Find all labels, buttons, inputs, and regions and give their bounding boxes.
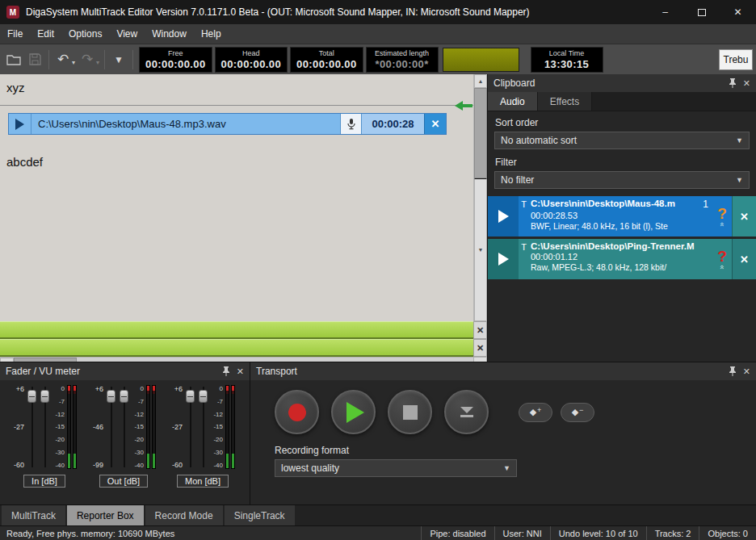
lane-1-close-button[interactable]: ✕ xyxy=(473,321,487,339)
fader-slider-left[interactable] xyxy=(186,385,195,469)
fader-slider-left[interactable] xyxy=(27,385,36,469)
undo-dropdown-caret[interactable]: ▾ xyxy=(72,59,75,66)
object-remove-button[interactable]: ✕ xyxy=(424,114,446,134)
pin-icon[interactable] xyxy=(729,366,737,376)
vertical-scroll-thumb[interactable] xyxy=(474,88,487,178)
scroll-down-icon[interactable]: ▼ xyxy=(474,178,487,321)
clip-item-remove-button[interactable]: ✕ xyxy=(732,196,756,237)
fader-header: Fader / VU meter ✕ xyxy=(0,362,250,380)
clip-item-icons: ? « xyxy=(712,239,732,279)
sort-order-dropdown[interactable]: No automatic sort ▼ xyxy=(494,132,750,149)
add-marker-button[interactable]: ◆+ xyxy=(519,403,552,422)
toolbar-dropdown-button[interactable]: ▼ xyxy=(108,49,129,70)
timer-free-value: 00:00:00.00 xyxy=(145,58,206,70)
timer-head: Head 00:00:00.00 xyxy=(215,47,288,73)
level-lane-2[interactable] xyxy=(0,339,473,357)
clip-play-button[interactable] xyxy=(488,196,519,237)
fader-knob[interactable] xyxy=(40,390,49,403)
clipboard-close-button[interactable]: ✕ xyxy=(743,78,750,89)
clip-track-marker: T xyxy=(519,239,529,279)
clip-track-marker: T xyxy=(519,196,529,237)
stop-button[interactable] xyxy=(388,390,432,434)
menu-file[interactable]: File xyxy=(0,24,30,44)
menu-window[interactable]: Window xyxy=(145,24,194,44)
fader-knob[interactable] xyxy=(107,390,116,403)
tab-audio[interactable]: Audio xyxy=(488,92,538,111)
font-button[interactable]: Trebu xyxy=(719,49,753,70)
filter-dropdown[interactable]: No filter ▼ xyxy=(494,171,750,189)
close-button[interactable]: ✕ xyxy=(720,0,756,24)
audio-object-row[interactable]: C:\Users\nin\Desktop\Maus-48.mp3.wav 00:… xyxy=(8,113,447,135)
fader-knob[interactable] xyxy=(186,390,195,403)
redo-dropdown-caret[interactable]: ▾ xyxy=(96,59,99,66)
tab-record-mode[interactable]: Record Mode xyxy=(145,505,223,525)
sort-order-label: Sort order xyxy=(495,117,749,128)
fader-slider-right[interactable] xyxy=(120,385,128,469)
scale-tick: -15 xyxy=(130,423,144,430)
fader-close-button[interactable]: ✕ xyxy=(237,366,244,377)
editor-vertical-scrollbar[interactable]: ▲ ▼ xyxy=(473,74,487,321)
tab-effects[interactable]: Effects xyxy=(538,92,592,111)
record-button[interactable] xyxy=(275,390,319,434)
clip-item-remove-button[interactable]: ✕ xyxy=(732,239,756,279)
fader-knob[interactable] xyxy=(199,390,208,403)
recording-format-value: lowest quality xyxy=(281,463,339,474)
sort-order-value: No automatic sort xyxy=(501,135,577,146)
workspace-tabs: MultiTrack Reporter Box Record Mode Sing… xyxy=(0,504,756,525)
scale-tick: -7 xyxy=(51,398,65,405)
skip-to-end-icon xyxy=(458,405,476,420)
tab-reporter-box[interactable]: Reporter Box xyxy=(67,505,144,525)
editor-column: xyz C:\Users\nin\Desktop\Maus-48.mp3.wav… xyxy=(0,74,487,362)
scale-tick: 0 xyxy=(51,385,65,392)
vu-bar-right xyxy=(73,385,77,469)
menu-edit[interactable]: Edit xyxy=(30,24,61,44)
minimize-button[interactable]: – xyxy=(647,0,683,24)
tab-multitrack[interactable]: MultiTrack xyxy=(2,505,65,525)
fader-slider-right[interactable] xyxy=(199,385,208,469)
menu-view[interactable]: View xyxy=(109,24,145,44)
pin-icon[interactable] xyxy=(729,78,737,88)
redo-button[interactable]: ↷ xyxy=(77,49,98,70)
pin-icon[interactable] xyxy=(222,366,230,376)
fader-knob[interactable] xyxy=(120,390,128,403)
object-record-button[interactable] xyxy=(340,114,361,134)
local-time-display: Local Time 13:30:15 xyxy=(531,47,603,73)
fader-slider-right[interactable] xyxy=(40,385,49,469)
fader-slider-left[interactable] xyxy=(107,385,116,469)
transport-close-button[interactable]: ✕ xyxy=(743,366,750,377)
diamond-icon: ◆ xyxy=(530,407,536,417)
lane-2-close-button[interactable]: ✕ xyxy=(473,339,487,357)
clipboard-title: Clipboard xyxy=(494,77,535,89)
clipboard-item[interactable]: T C:\Users\nin\Desktop\Maus-48.m 1 00:00… xyxy=(488,196,756,237)
level-lane-1[interactable] xyxy=(0,321,473,339)
fader-min-label: -60 xyxy=(10,461,24,469)
status-pipe: Pipe: disabled xyxy=(421,526,494,540)
transport-body: ◆+ ◆− Recording format lowest quality ▼ xyxy=(250,380,756,504)
maximize-icon xyxy=(698,9,706,16)
tab-singletrack[interactable]: SingleTrack xyxy=(225,505,295,525)
object-play-button[interactable] xyxy=(9,114,32,134)
scale-tick: -20 xyxy=(51,436,65,443)
menu-options[interactable]: Options xyxy=(61,24,109,44)
clipboard-header: Clipboard ✕ xyxy=(488,74,756,92)
fader-max-label: +6 xyxy=(10,385,24,393)
status-bar: Ready, Free phys. memory: 10690 MBytes P… xyxy=(0,525,756,540)
play-button[interactable] xyxy=(331,390,376,434)
maximize-button[interactable] xyxy=(683,0,720,24)
local-time-label: Local Time xyxy=(549,49,585,58)
remove-marker-button[interactable]: ◆− xyxy=(561,403,594,422)
open-file-button[interactable] xyxy=(3,49,24,70)
undo-button[interactable]: ↶ xyxy=(52,49,74,70)
fader-knob[interactable] xyxy=(27,390,36,403)
skip-to-end-button[interactable] xyxy=(444,390,489,434)
save-button[interactable] xyxy=(24,49,45,70)
clip-play-button[interactable] xyxy=(488,239,519,279)
scale-tick: -15 xyxy=(51,423,65,430)
fader-max-label: +6 xyxy=(89,385,103,393)
recording-format-dropdown[interactable]: lowest quality ▼ xyxy=(275,459,517,477)
menu-help[interactable]: Help xyxy=(194,24,229,44)
clipboard-item[interactable]: T C:\Users\nin\Desktop\Ping-Trenner.M 00… xyxy=(488,239,756,279)
reporter-editor[interactable]: xyz C:\Users\nin\Desktop\Maus-48.mp3.wav… xyxy=(0,74,473,321)
scroll-up-icon[interactable]: ▲ xyxy=(474,74,487,88)
toolbar-separator xyxy=(104,50,105,69)
